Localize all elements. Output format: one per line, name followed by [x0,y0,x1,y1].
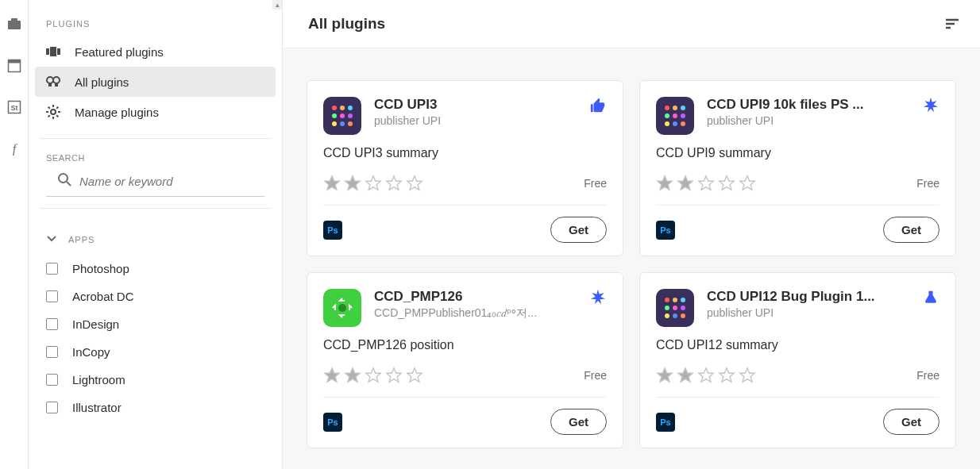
get-button[interactable]: Get [550,409,607,435]
sort-button[interactable] [943,14,963,33]
nav-manage-plugins[interactable]: Manage plugins [35,97,276,127]
svg-marker-48 [699,368,713,382]
plugin-title: CCD_PMP126 [374,289,577,305]
divider [656,205,939,206]
nav-label: Manage plugins [75,106,159,119]
app-filter-item[interactable]: Photoshop [35,255,276,283]
checkbox[interactable] [46,318,58,330]
rating-stars [656,367,756,384]
svg-marker-33 [924,98,938,112]
host-app-badge: Ps [656,413,675,432]
get-button[interactable]: Get [883,409,939,435]
svg-marker-44 [387,368,401,382]
host-app-badge: Ps [323,413,342,432]
svg-point-23 [59,174,68,183]
plugin-card[interactable]: CCD_PMP126 CCD_PMPPublisher01₄₀𝑐𝑑ᵖᵒ저... … [307,272,623,448]
scroll-up-arrow[interactable]: ▴ [272,0,282,10]
checkbox[interactable] [46,402,58,413]
svg-line-24 [67,182,71,186]
host-app-badge: Ps [656,221,675,240]
svg-rect-8 [50,47,56,56]
plugin-title: CCD UPI3 [374,97,577,113]
app-filter-item[interactable]: InDesign [35,310,276,338]
plugin-summary: CCD UPI3 summary [323,146,607,160]
svg-rect-12 [48,83,52,86]
app-name: Lightroom [72,373,125,386]
host-app-badge: Ps [323,221,342,240]
svg-marker-28 [325,176,339,190]
plugin-grid-scroll[interactable]: CCD UPI3 publisher UPI CCD UPI3 summary … [283,48,980,469]
get-button[interactable]: Get [883,217,939,243]
chevron-down-icon [46,233,57,247]
apps-section-toggle[interactable]: APPS [35,220,276,255]
plugin-icon [323,289,361,327]
svg-marker-29 [345,176,360,190]
svg-marker-50 [740,368,754,382]
svg-marker-38 [740,176,754,190]
svg-text:f: f [12,142,17,156]
checkbox[interactable] [46,290,58,302]
svg-rect-7 [46,48,49,55]
svg-marker-35 [678,176,693,190]
page-title: All plugins [308,15,385,33]
svg-marker-34 [658,176,672,190]
rating-stars [656,175,756,192]
svg-point-39 [338,304,346,312]
divider [323,397,607,398]
svg-marker-36 [699,176,713,190]
rail-fonts-icon[interactable]: f [7,141,21,156]
get-button[interactable]: Get [550,217,607,243]
rail-apps-icon[interactable] [7,17,21,32]
plugin-price: Free [584,369,607,382]
app-name: InCopy [72,345,110,359]
svg-marker-37 [720,176,734,190]
divider [323,205,607,206]
main-header: All plugins [283,0,980,48]
left-rail: St f [0,0,29,469]
svg-marker-32 [407,176,422,190]
nav-all-plugins[interactable]: All plugins [35,67,276,97]
divider [656,397,939,398]
plugins-section-label: PLUGINS [35,0,276,37]
svg-marker-43 [366,368,380,382]
plugin-title: CCD UPI12 Bug Plugin 1... [707,289,909,305]
app-filter-item[interactable]: Lightroom [35,366,276,394]
divider [40,138,271,139]
rail-panel-icon[interactable] [7,59,21,73]
app-name: Illustrator [72,401,122,414]
plugin-summary: CCD UPI12 summary [656,338,939,352]
svg-rect-1 [11,18,17,21]
plugin-title: CCD UPI9 10k files PS ... [707,97,909,113]
nav-label: All plugins [75,75,129,89]
nav-featured-plugins[interactable]: Featured plugins [35,37,276,67]
plugin-summary: CCD_PMP126 position [323,338,607,352]
plugin-card[interactable]: CCD UPI9 10k files PS ... publisher UPI … [639,80,956,256]
apps-label: APPS [68,235,95,244]
svg-marker-46 [658,368,672,382]
plugin-publisher: publisher UPI [707,114,909,127]
app-filter-item[interactable]: Acrobat DC [35,283,276,310]
app-name: Photoshop [72,262,129,275]
checkbox[interactable] [46,374,58,386]
app-filter-item[interactable]: Illustrator [35,394,276,421]
plugin-icon [656,289,694,327]
svg-rect-0 [8,21,21,29]
svg-line-20 [56,115,58,117]
search-input[interactable] [79,175,253,188]
plugin-price: Free [584,177,607,190]
plugin-card[interactable]: CCD UPI12 Bug Plugin 1... publisher UPI … [639,272,956,448]
plugin-card[interactable]: CCD UPI3 publisher UPI CCD UPI3 summary … [307,80,623,256]
svg-marker-41 [325,368,339,382]
svg-text:St: St [10,104,17,112]
main: All plugins CCD UPI3 publisher UPI CCD U… [283,0,980,469]
checkbox[interactable] [46,263,58,275]
rail-stock-icon[interactable]: St [7,100,21,114]
checkbox[interactable] [46,346,58,358]
rating-stars [323,367,423,384]
svg-marker-31 [387,176,401,190]
featured-badge-icon [589,97,607,114]
svg-marker-47 [678,368,693,382]
nav-label: Featured plugins [75,45,164,59]
app-filter-item[interactable]: InCopy [35,338,276,366]
plugin-publisher: publisher UPI [707,306,909,319]
